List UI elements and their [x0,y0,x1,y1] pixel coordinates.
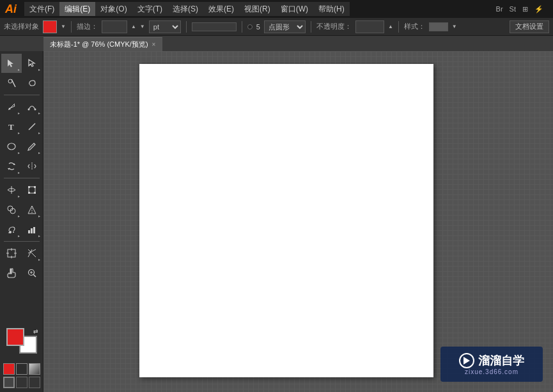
stroke-down-icon[interactable]: ▼ [140,24,145,29]
watermark-url: zixue.3d66.com [465,368,518,375]
foreground-swatch[interactable] [6,328,24,346]
curvature-tool[interactable]: ▸ [22,97,42,116]
stroke-label: 描边： [77,22,98,31]
tool-corner-13: ▸ [18,233,20,238]
doc-settings-button[interactable]: 文档设置 [510,20,549,33]
draw-mode-behind[interactable] [16,377,27,388]
watermark-play-icon [459,353,474,368]
document-tab[interactable]: 未标题-1* @ 76% (CMYK/预览) × [43,37,162,51]
sync-icon[interactable]: ⚡ [533,5,545,13]
bridge-icon[interactable]: Br [494,5,505,13]
tool-corner-6: ▸ [38,130,40,135]
style-label: 样式： [404,22,425,31]
stroke-unit-select[interactable]: pt [149,20,181,33]
magic-wand-tool[interactable] [1,74,22,93]
direct-selection-tool[interactable]: ▸ [22,54,42,73]
stroke-color-swatch[interactable] [43,20,57,33]
line-tool[interactable]: ▸ [22,117,42,136]
tool-corner-15: ▸ [38,257,40,262]
gradient-mode-swatch[interactable] [29,363,40,375]
color-area: ⇄ [3,328,41,354]
stroke-mode-swatch[interactable] [16,363,27,375]
menu-view[interactable]: 视图(R) [239,2,276,16]
style-dropdown-icon[interactable]: ▼ [452,24,457,29]
selection-tool[interactable]: ▸ [1,54,22,73]
draw-mode-normal[interactable] [3,377,15,388]
opacity-input[interactable]: 100% [355,20,384,33]
separator-3 [4,241,40,242]
divider-5 [398,21,399,33]
app-logo: Ai [5,3,17,16]
menu-edit[interactable]: 编辑(E) [59,2,95,16]
separator-1 [4,95,40,95]
svg-rect-26 [33,227,35,233]
fill-mode-swatch[interactable] [3,363,15,375]
svg-point-22 [13,231,14,233]
pencil-tool[interactable]: ▸ [22,137,42,156]
tool-row-7: ▸ [1,180,42,200]
svg-line-6 [29,123,35,130]
menu-effect[interactable]: 效果(E) [203,2,239,16]
perspective-tool[interactable]: ▸ [22,200,42,219]
artboard [139,64,433,377]
column-graph-tool[interactable]: ▸ [22,220,42,239]
stroke-input[interactable] [102,20,127,33]
shape-builder-tool[interactable]: ▸ [1,200,22,219]
opacity-up-icon[interactable]: ▲ [388,24,393,29]
swap-colors-icon[interactable]: ⇄ [33,328,38,334]
stroke-preview [192,22,237,31]
grid-icon[interactable]: ⊞ [520,5,530,13]
separator-2 [4,178,40,178]
divider-4 [311,21,311,33]
artboard-tool[interactable] [1,244,22,263]
hand-tool[interactable] [1,263,22,283]
draw-mode-inside[interactable] [29,377,40,388]
stroke-up-icon[interactable]: ▲ [131,24,136,29]
reflect-tool[interactable] [22,157,42,176]
tool-row-10: ▸ [1,244,42,263]
opacity-label: 不透明度： [316,22,352,31]
width-tool[interactable]: ▸ [1,180,22,200]
svg-text:T: T [8,122,14,132]
tool-row-5: ▸ ▸ [1,137,42,156]
tab-close-button[interactable]: × [152,41,156,48]
divider-2 [186,21,187,33]
svg-line-33 [33,275,36,278]
menu-window[interactable]: 窗口(W) [276,2,313,16]
stroke-dropdown-icon[interactable]: ▼ [61,24,66,29]
tool-corner: ▸ [18,67,20,72]
tool-row-4: T ▸ ▸ [1,117,42,136]
shape-select[interactable]: 点圆形 [264,20,306,33]
bottom-row-1 [3,363,40,375]
svg-point-2 [8,108,10,110]
stock-icon[interactable]: St [508,5,518,13]
watermark: 溜溜自学 zixue.3d66.com [440,347,543,382]
rotate-tool[interactable]: ▸ [1,157,22,176]
slice-tool[interactable]: ▸ [22,244,42,263]
menu-file[interactable]: 文件(F) [24,2,59,16]
menu-select[interactable]: 选择(S) [167,2,203,16]
symbol-tool[interactable]: ▸ [1,220,22,239]
svg-rect-13 [28,186,30,188]
lasso-tool[interactable] [22,74,42,93]
tool-corner-9: ▸ [18,170,20,175]
tool-corner-3: ▸ [18,111,20,115]
menu-bar: 文件(F) 编辑(E) 对象(O) 文字(T) 选择(S) 效果(E) 视图(R… [24,2,350,16]
zoom-tool[interactable] [22,263,42,283]
system-icons: Br St ⊞ ⚡ [494,5,548,13]
style-preview [429,22,448,31]
menu-object[interactable]: 对象(O) [95,2,132,16]
svg-rect-16 [34,192,36,194]
fg-bg-swatches: ⇄ [6,328,37,354]
tool-row-1: ▸ ▸ [1,54,42,73]
tab-title: 未标题-1* @ 76% (CMYK/预览) [50,40,148,49]
tool-row-6: ▸ [1,157,42,176]
ellipse-tool[interactable]: ▸ [1,137,22,156]
svg-rect-15 [28,192,30,194]
menu-text[interactable]: 文字(T) [132,2,167,16]
type-tool[interactable]: T ▸ [1,117,22,136]
watermark-brand: 溜溜自学 [459,353,524,368]
free-transform-tool[interactable] [22,180,42,200]
menu-help[interactable]: 帮助(H) [313,2,350,16]
pen-tool[interactable]: ▸ [1,97,22,116]
